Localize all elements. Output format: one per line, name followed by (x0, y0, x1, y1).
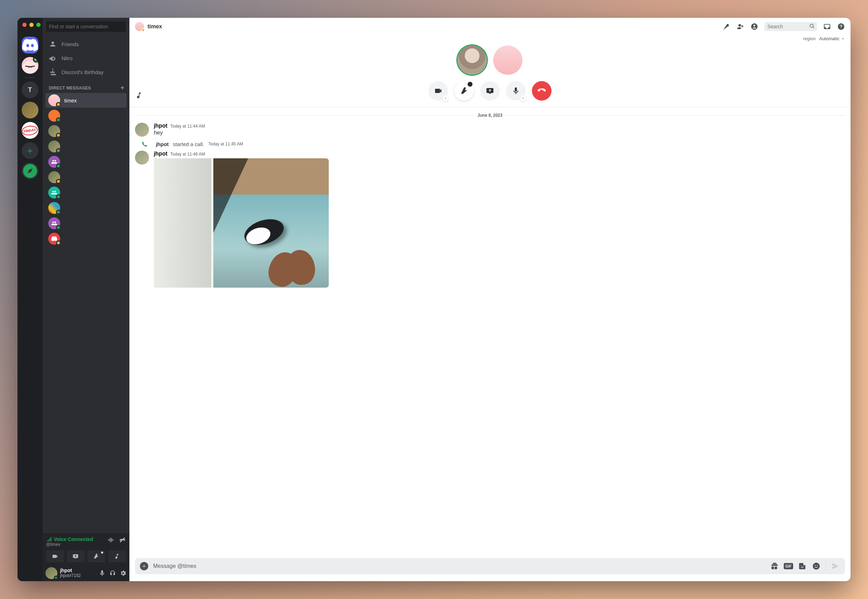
dm-item[interactable] (45, 185, 127, 200)
gif-button[interactable]: GIF (784, 561, 793, 571)
dm-item[interactable]: timex (45, 93, 127, 108)
rail-separator (24, 77, 36, 78)
region-dropdown[interactable]: Automatic (820, 36, 845, 41)
server-item[interactable]: T (22, 81, 38, 98)
message-list[interactable]: June 8, 2023 jhpot Today at 11:44 AM hey… (130, 107, 851, 558)
main-panel: timex region Automatic (130, 18, 851, 581)
minimize-window-button[interactable] (29, 23, 33, 27)
message-input[interactable] (153, 563, 765, 569)
system-time: Today at 11:45 AM (208, 141, 243, 146)
self-username: jhpot (60, 568, 96, 573)
deafen-button[interactable] (109, 570, 116, 576)
emoji-button[interactable] (812, 561, 821, 571)
user-panel: jhpot jhpot#7152 (43, 565, 130, 581)
screenshare-toggle-button[interactable] (67, 551, 85, 562)
add-server-button[interactable]: + (22, 142, 38, 159)
video-toggle-button[interactable] (46, 551, 64, 562)
mic-options[interactable] (520, 95, 526, 101)
call-participant-avatar[interactable] (493, 45, 522, 75)
signal-icon (46, 536, 52, 542)
dm-avatar (48, 94, 60, 106)
dm-item[interactable] (45, 124, 127, 138)
mic-button[interactable] (506, 81, 525, 101)
dm-item[interactable] (45, 200, 127, 215)
dm-item[interactable] (45, 139, 127, 154)
self-tag: jhpot#7152 (60, 573, 96, 578)
message-author[interactable]: jhpot (154, 123, 168, 129)
svg-point-5 (817, 565, 818, 566)
help-icon[interactable] (837, 23, 845, 30)
quick-switcher-input[interactable] (46, 21, 126, 32)
video-options[interactable] (442, 95, 449, 101)
dm-avatar (48, 171, 60, 183)
dm-avatar (48, 156, 60, 168)
send-button[interactable] (831, 561, 840, 571)
activities-new-dot (468, 82, 472, 87)
dm-item[interactable] (45, 108, 127, 123)
close-window-button[interactable] (23, 23, 27, 27)
server-item[interactable] (22, 57, 38, 74)
activity-button[interactable] (88, 551, 105, 562)
message-time: Today at 11:46 AM (170, 152, 205, 157)
friends-icon (49, 40, 57, 48)
pinned-messages-icon[interactable] (723, 23, 730, 30)
status-dot-icon (56, 164, 61, 169)
sticker-button[interactable] (798, 561, 807, 571)
birthday-tab[interactable]: Discord's Birthday (45, 65, 127, 79)
activities-button[interactable] (454, 81, 474, 101)
message-text: hey (154, 129, 845, 137)
server-rail: T FRIDAY + (18, 18, 43, 581)
activity-dot-icon (101, 551, 103, 554)
dm-avatar (48, 110, 60, 122)
quick-switcher[interactable] (46, 21, 126, 32)
mute-button[interactable] (99, 570, 106, 576)
message-avatar[interactable] (135, 151, 149, 165)
add-friend-icon[interactable] (737, 23, 744, 30)
soundboard-button[interactable] (108, 551, 126, 562)
search-bar[interactable] (764, 22, 817, 31)
system-author[interactable]: jhpot (156, 141, 169, 147)
dm-list: timex (43, 93, 130, 533)
disconnect-icon[interactable] (119, 536, 126, 543)
user-settings-button[interactable] (119, 570, 127, 576)
system-message: jhpot started a call. Today at 11:45 AM (135, 139, 851, 149)
phone-icon (142, 141, 148, 147)
dm-item[interactable] (45, 231, 127, 246)
idle-status-icon (141, 28, 145, 32)
voice-channel[interactable]: @timex (46, 542, 94, 547)
server-item[interactable] (22, 102, 38, 119)
video-button[interactable] (429, 81, 448, 101)
noise-suppression-icon[interactable] (107, 536, 114, 543)
message-avatar[interactable] (135, 123, 149, 137)
self-info[interactable]: jhpot jhpot#7152 (60, 568, 96, 578)
self-avatar[interactable] (45, 567, 57, 579)
message-author[interactable]: jhpot (154, 151, 168, 157)
svg-point-3 (813, 563, 820, 570)
new-dm-button[interactable]: + (121, 84, 124, 92)
server-item[interactable]: FRIDAY (22, 122, 38, 139)
end-call-button[interactable] (532, 81, 551, 101)
image-attachment[interactable] (154, 158, 329, 287)
dm-item[interactable] (45, 216, 127, 231)
zoom-window-button[interactable] (36, 23, 41, 27)
region-row: region Automatic (130, 35, 851, 43)
call-participant-avatar[interactable] (457, 45, 487, 75)
inbox-icon[interactable] (823, 23, 831, 30)
dm-item[interactable] (45, 155, 127, 169)
home-button[interactable] (22, 37, 38, 53)
gift-button[interactable] (770, 561, 779, 571)
voice-status: Voice Connected (46, 536, 94, 542)
birthday-label: Discord's Birthday (62, 69, 104, 75)
sidebar-nav: Friends Nitro Discord's Birthday (43, 35, 130, 79)
soundboard-panel-button[interactable] (135, 92, 143, 101)
explore-servers-button[interactable] (22, 163, 38, 179)
status-dot-icon (56, 241, 61, 245)
dm-avatar (48, 140, 60, 152)
attach-button[interactable] (140, 562, 148, 570)
dm-item[interactable] (45, 170, 127, 185)
screen-share-button[interactable] (480, 81, 500, 101)
user-profile-icon[interactable] (750, 23, 758, 30)
friends-tab[interactable]: Friends (45, 38, 127, 51)
nitro-tab[interactable]: Nitro (45, 51, 127, 65)
system-desc: started a call. (173, 141, 204, 147)
